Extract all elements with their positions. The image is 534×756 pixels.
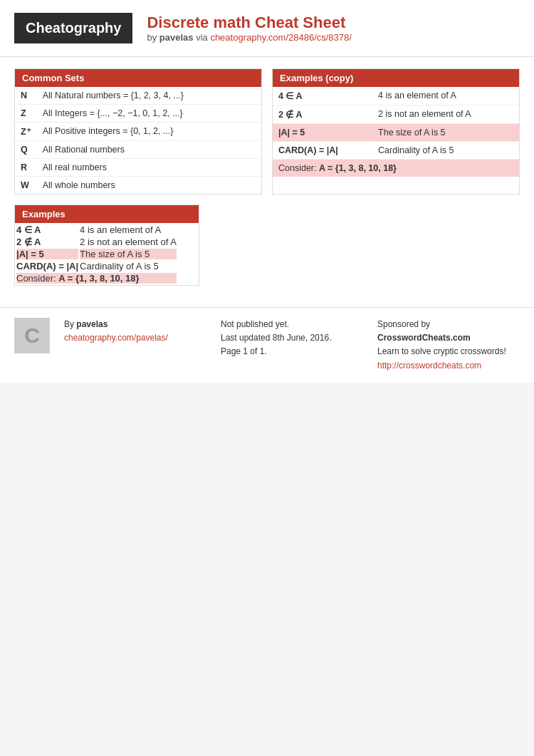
header-text: Discrete math Cheat Sheet by pavelas via… xyxy=(147,14,351,43)
footer-sponsor-url: http://crosswordcheats.com xyxy=(377,359,520,373)
footer-sponsor-text: Sponsored by xyxy=(377,319,430,329)
logo: Cheatography xyxy=(14,13,132,43)
symbol-cell: |A| = 5 xyxy=(273,124,372,142)
footer-sponsor-link[interactable]: http://crosswordcheats.com xyxy=(377,361,481,371)
table-row: 2 ∉ A 2 is not an element of A xyxy=(273,105,519,124)
desc-cell: 4 is an element of A xyxy=(80,224,177,235)
cheat-sheet-url[interactable]: cheatography.com/28486/cs/8378/ xyxy=(210,32,352,43)
desc-cell: 2 is not an element of A xyxy=(372,105,519,124)
examples-copy-section: Examples (copy) 4 ∈ A 4 is an element of… xyxy=(272,68,520,195)
examples-copy-table: 4 ∈ A 4 is an element of A 2 ∉ A 2 is no… xyxy=(273,87,519,177)
symbol-cell: N xyxy=(15,87,37,105)
common-sets-section: Common Sets N All Natural numbers = {1, … xyxy=(14,68,262,195)
footer-last-updated: Last updated 8th June, 2016. xyxy=(221,331,363,345)
footer-author-url: cheatography.com/pavelas/ xyxy=(64,331,206,345)
symbol-cell: 4 ∈ A xyxy=(273,87,372,105)
examples-table: 4 ∈ A 4 is an element of A 2 ∉ A 2 is no… xyxy=(15,223,178,285)
desc-cell: 4 is an element of A xyxy=(372,87,519,105)
symbol-cell: CARD(A) = |A| xyxy=(273,142,372,160)
desc-cell: Cardinality of A is 5 xyxy=(372,142,519,160)
desc-cell: All Rational numbers xyxy=(37,141,261,159)
footer-sponsor-col: Sponsored by CrosswordCheats.com Learn t… xyxy=(377,318,520,373)
footer: C By pavelas cheatography.com/pavelas/ N… xyxy=(0,307,534,383)
footer-author-col: By pavelas cheatography.com/pavelas/ xyxy=(64,318,206,345)
table-row: R All real numbers xyxy=(15,159,261,177)
footer-sponsor-line: Sponsored by CrosswordCheats.com xyxy=(377,318,520,345)
desc-cell: All Positive integers = {0, 1, 2, ...} xyxy=(37,123,261,141)
footer-publish-status: Not published yet. xyxy=(221,318,363,331)
table-row: Z All Integers = {..., −2, −1, 0, 1, 2, … xyxy=(15,105,261,123)
table-row: CARD(A) = |A| Cardinality of A is 5 xyxy=(16,261,177,271)
author-name: pavelas xyxy=(159,32,194,43)
desc-cell: The size of A is 5 xyxy=(372,124,519,142)
table-row: 4 ∈ A 4 is an element of A xyxy=(16,224,177,235)
main-content: Common Sets N All Natural numbers = {1, … xyxy=(0,57,534,307)
desc-cell: All whole numbers xyxy=(37,177,261,195)
examples-header: Examples xyxy=(15,205,199,223)
footer-info-col: Not published yet. Last updated 8th June… xyxy=(221,318,363,359)
table-row: 4 ∈ A 4 is an element of A xyxy=(273,87,519,105)
symbol-cell: Q xyxy=(15,141,37,159)
symbol-cell: R xyxy=(15,159,37,177)
symbol-cell: 4 ∈ A xyxy=(16,224,78,235)
page-header: Cheatography Discrete math Cheat Sheet b… xyxy=(0,0,534,57)
two-col-layout: Common Sets N All Natural numbers = {1, … xyxy=(14,68,520,195)
table-row-highlight: |A| = 5 The size of A is 5 xyxy=(273,124,519,142)
table-row: CARD(A) = |A| Cardinality of A is 5 xyxy=(273,142,519,160)
consider-cell: Consider: A = {1, 3, 8, 10, 18} xyxy=(16,273,177,284)
footer-author-name: pavelas xyxy=(76,319,108,329)
examples-copy-header: Examples (copy) xyxy=(273,69,519,87)
page-title: Discrete math Cheat Sheet xyxy=(147,14,351,32)
table-row: N All Natural numbers = {1, 2, 3, 4, ...… xyxy=(15,87,261,105)
symbol-cell: 2 ∉ A xyxy=(273,105,372,124)
by-text: by xyxy=(147,32,157,43)
desc-cell: All Integers = {..., −2, −1, 0, 1, 2, ..… xyxy=(37,105,261,123)
symbol-cell: |A| = 5 xyxy=(16,249,78,259)
symbol-cell: Z xyxy=(15,105,37,123)
desc-cell: The size of A is 5 xyxy=(80,249,177,259)
common-sets-header: Common Sets xyxy=(15,69,261,87)
consider-row: Consider: A = {1, 3, 8, 10, 18} xyxy=(16,273,177,284)
consider-row: Consider: A = {1, 3, 8, 10, 18} xyxy=(273,160,519,177)
common-sets-table: N All Natural numbers = {1, 2, 3, 4, ...… xyxy=(15,87,261,194)
table-row: 2 ∉ A 2 is not an element of A xyxy=(16,237,177,247)
symbol-cell: W xyxy=(15,177,37,195)
via-text: via xyxy=(196,32,210,43)
symbol-cell: Z⁺ xyxy=(15,123,37,141)
desc-cell: All real numbers xyxy=(37,159,261,177)
symbol-cell: 2 ∉ A xyxy=(16,237,78,247)
consider-cell: Consider: A = {1, 3, 8, 10, 18} xyxy=(273,160,519,177)
desc-cell: Cardinality of A is 5 xyxy=(80,261,177,271)
table-row: Q All Rational numbers xyxy=(15,141,261,159)
footer-sponsor-desc: Learn to solve cryptic crosswords! xyxy=(377,345,520,358)
footer-sponsor-name: CrosswordCheats.com xyxy=(377,333,471,343)
desc-cell: 2 is not an element of A xyxy=(80,237,177,247)
table-row-highlight: |A| = 5 The size of A is 5 xyxy=(16,249,177,259)
footer-author-line: By pavelas xyxy=(64,318,206,331)
table-row: Z⁺ All Positive integers = {0, 1, 2, ...… xyxy=(15,123,261,141)
desc-cell: All Natural numbers = {1, 2, 3, 4, ...} xyxy=(37,87,261,105)
footer-page: Page 1 of 1. xyxy=(221,345,363,358)
examples-section: Examples 4 ∈ A 4 is an element of A 2 ∉ … xyxy=(14,204,199,286)
by-line: by pavelas via cheatography.com/28486/cs… xyxy=(147,32,351,43)
footer-logo: C xyxy=(14,318,50,353)
symbol-cell: CARD(A) = |A| xyxy=(16,261,78,271)
table-row: W All whole numbers xyxy=(15,177,261,195)
footer-author-link[interactable]: cheatography.com/pavelas/ xyxy=(64,333,168,343)
